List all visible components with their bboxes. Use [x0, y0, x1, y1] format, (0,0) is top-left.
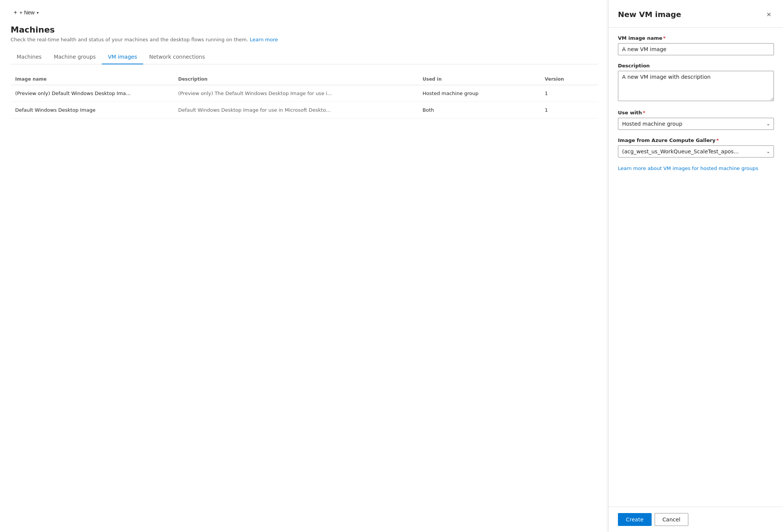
required-star: * — [716, 137, 719, 143]
gallery-image-group: Image from Azure Compute Gallery* (acg_w… — [618, 137, 774, 158]
tab-bar: Machines Machine groups VM images Networ… — [11, 50, 598, 64]
close-icon: ✕ — [766, 11, 771, 18]
vm-images-table: Image name Description Used in Version (… — [11, 73, 598, 119]
panel-body: VM image name* Description A new VM imag… — [609, 28, 783, 507]
page-subtitle: Check the real-time health and status of… — [11, 37, 598, 42]
use-with-select-wrapper: Hosted machine group Both ⌄ — [618, 118, 774, 130]
row1-name: (Preview only) Default Windows Desktop I… — [15, 90, 178, 96]
gallery-image-label: Image from Azure Compute Gallery* — [618, 137, 774, 143]
new-button[interactable]: + + New ▾ — [11, 8, 42, 17]
chevron-down-icon: ▾ — [37, 11, 39, 15]
row1-used-in: Hosted machine group — [423, 90, 545, 96]
close-button[interactable]: ✕ — [763, 9, 774, 20]
gallery-image-select[interactable]: (acg_west_us_WorkQueue_ScaleTest_apos... — [618, 145, 774, 158]
plus-icon: + — [14, 9, 17, 16]
tab-network-connections[interactable]: Network connections — [143, 50, 211, 64]
description-textarea[interactable]: A new VM image with description — [618, 71, 774, 101]
row2-version: 1 — [545, 107, 594, 113]
use-with-label: Use with* — [618, 110, 774, 115]
cancel-button[interactable]: Cancel — [655, 513, 688, 526]
side-panel: New VM image ✕ VM image name* Descriptio… — [609, 0, 783, 532]
required-star: * — [643, 110, 646, 115]
tab-vm-images[interactable]: VM images — [102, 50, 143, 64]
row1-description: (Preview only) The Default Windows Deskt… — [178, 90, 423, 96]
panel-footer: Create Cancel — [609, 507, 783, 532]
panel-header: New VM image ✕ — [609, 0, 783, 28]
page-title: Machines — [11, 25, 598, 34]
use-with-select[interactable]: Hosted machine group Both — [618, 118, 774, 130]
tab-machine-groups[interactable]: Machine groups — [48, 50, 102, 64]
row1-version: 1 — [545, 90, 594, 96]
create-button[interactable]: Create — [618, 513, 652, 526]
col-description: Description — [178, 76, 423, 82]
gallery-image-select-wrapper: (acg_west_us_WorkQueue_ScaleTest_apos...… — [618, 145, 774, 158]
learn-more-link[interactable]: Learn more — [250, 37, 278, 42]
vm-image-name-group: VM image name* — [618, 35, 774, 55]
row2-name: Default Windows Desktop Image — [15, 107, 178, 113]
col-version: Version — [545, 76, 594, 82]
vm-image-name-input[interactable] — [618, 43, 774, 55]
tab-machines[interactable]: Machines — [11, 50, 48, 64]
hosted-machine-groups-info-link[interactable]: Learn more about VM images for hosted ma… — [618, 165, 758, 171]
table-row[interactable]: (Preview only) Default Windows Desktop I… — [11, 85, 598, 102]
description-group: Description A new VM image with descript… — [618, 63, 774, 102]
required-star: * — [663, 35, 666, 41]
row2-description: Default Windows Desktop Image for use in… — [178, 107, 423, 113]
col-image-name: Image name — [15, 76, 178, 82]
row2-used-in: Both — [423, 107, 545, 113]
new-button-label: + New — [19, 9, 34, 16]
table-header: Image name Description Used in Version — [11, 73, 598, 85]
vm-image-name-label: VM image name* — [618, 35, 774, 41]
description-label: Description — [618, 63, 774, 69]
panel-title: New VM image — [618, 10, 681, 19]
use-with-group: Use with* Hosted machine group Both ⌄ — [618, 110, 774, 130]
table-row[interactable]: Default Windows Desktop Image Default Wi… — [11, 102, 598, 119]
col-used-in: Used in — [423, 76, 545, 82]
